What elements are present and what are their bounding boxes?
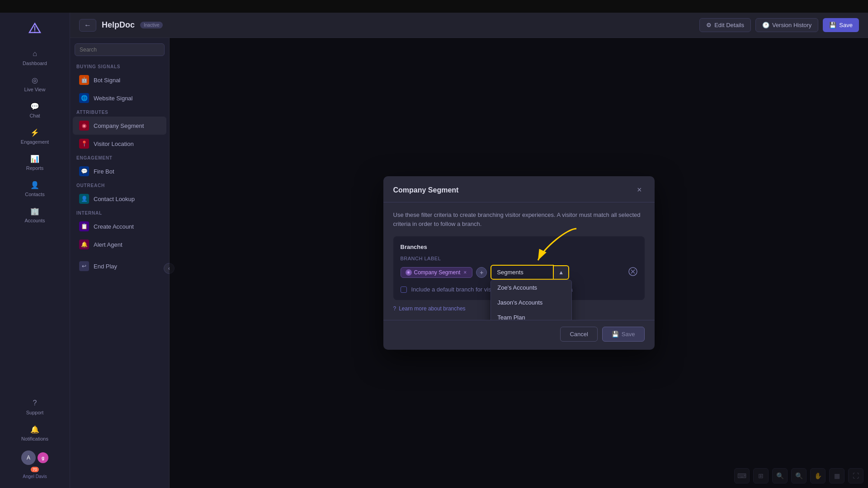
- flow-item-bot-signal[interactable]: 🤖 Bot Signal: [73, 71, 166, 89]
- sidebar-item-support[interactable]: ? Support: [0, 394, 70, 420]
- company-segment-icon: ◉: [79, 121, 89, 131]
- back-button[interactable]: ←: [79, 19, 96, 32]
- branch-tag-company-segment: ◉ Company Segment ×: [401, 267, 473, 278]
- dropdown-option-jasons-accounts[interactable]: Jason's Accounts: [491, 295, 571, 310]
- sidebar-item-accounts[interactable]: 🏢 Accounts: [0, 202, 70, 228]
- flow-item-website-signal[interactable]: 🌐 Website Signal: [73, 89, 166, 107]
- app-container: ⌂ Dashboard ◎ Live View 💬 Chat ⚡ Engagem…: [0, 13, 868, 488]
- history-icon: 🕐: [762, 22, 769, 28]
- section-label-buying-signals: BUYING SIGNALS: [70, 61, 169, 71]
- remove-branch-button[interactable]: [628, 267, 637, 278]
- modal-overlay: Company Segment × Use these filter crite…: [170, 38, 868, 488]
- sidebar-item-chat[interactable]: 💬 Chat: [0, 97, 70, 123]
- support-icon: ?: [30, 398, 40, 408]
- branch-tag-row: ◉ Company Segment × +: [401, 265, 637, 280]
- website-signal-icon: 🌐: [79, 93, 89, 103]
- flow-item-company-segment[interactable]: ◉ Company Segment: [73, 117, 166, 135]
- segment-search-input[interactable]: [491, 265, 554, 280]
- flow-item-end-play[interactable]: ↩ End Play: [73, 257, 166, 275]
- alert-agent-icon: 🔔: [79, 239, 89, 249]
- flow-sidebar: BUYING SIGNALS 🤖 Bot Signal 🌐 Website Si…: [70, 38, 170, 488]
- sidebar-label-accounts: Accounts: [24, 218, 45, 223]
- flow-item-label-create-account: Create Account: [94, 223, 134, 230]
- question-circle-icon: ?: [393, 305, 396, 312]
- sidebar-item-reports[interactable]: 📊 Reports: [0, 149, 70, 175]
- sidebar-item-notifications[interactable]: 🔔 Notifications: [0, 420, 70, 446]
- sidebar-item-contacts[interactable]: 👤 Contacts: [0, 175, 70, 202]
- contact-lookup-icon: 👤: [79, 194, 89, 204]
- save-icon-modal: 💾: [612, 331, 619, 338]
- company-segment-modal: Company Segment × Use these filter crite…: [383, 176, 655, 350]
- bot-signal-icon: 🤖: [79, 75, 89, 85]
- sidebar-item-engagement[interactable]: ⚡ Engagement: [0, 123, 70, 149]
- sidebar-label-support: Support: [26, 410, 44, 415]
- main-content: ← HelpDoc Inactive ⚙ Edit Details 🕐 Vers…: [70, 13, 868, 488]
- header-title: HelpDoc: [102, 20, 135, 30]
- branches-label: Branches: [401, 244, 637, 250]
- accounts-icon: 🏢: [30, 206, 40, 216]
- save-button[interactable]: 💾 Save: [823, 18, 859, 32]
- sidebar-item-live-view[interactable]: ◎ Live View: [0, 70, 70, 97]
- notification-badge: 70: [31, 467, 39, 472]
- segment-dropdown-wrapper: ▲ Zoe's Accounts Jason's Accounts Team P…: [491, 265, 569, 280]
- notifications-icon: 🔔: [30, 424, 40, 434]
- tag-add-button[interactable]: +: [476, 267, 487, 278]
- flow-item-label-visitor-location: Visitor Location: [94, 141, 134, 147]
- sidebar: ⌂ Dashboard ◎ Live View 💬 Chat ⚡ Engagem…: [0, 13, 70, 488]
- sidebar-label-contacts: Contacts: [25, 192, 44, 197]
- modal-close-button[interactable]: ×: [634, 184, 645, 196]
- app-logo[interactable]: [27, 21, 43, 37]
- avatar: A: [21, 450, 36, 465]
- dropdown-option-team-plan[interactable]: Team Plan: [491, 310, 571, 320]
- edit-details-button[interactable]: ⚙ Edit Details: [699, 18, 751, 32]
- modal-body: Use these filter criteria to create bran…: [383, 202, 655, 320]
- tag-icon: ◉: [406, 269, 412, 276]
- tag-label: Company Segment: [414, 269, 461, 276]
- chat-icon: 💬: [30, 101, 40, 111]
- flow-item-contact-lookup[interactable]: 👤 Contact Lookup: [73, 190, 166, 208]
- user-name: Angel Davis: [23, 474, 47, 479]
- top-bar: [0, 0, 868, 13]
- sidebar-label-notifications: Notifications: [21, 436, 48, 441]
- modal-footer: Cancel 💾 Save: [383, 320, 655, 350]
- dropdown-option-zoes-accounts[interactable]: Zoe's Accounts: [491, 280, 571, 295]
- visitor-location-icon: 📍: [79, 139, 89, 149]
- section-label-internal: INTERNAL: [70, 208, 169, 217]
- sidebar-label-engagement: Engagement: [21, 139, 49, 145]
- sidebar-label-live-view: Live View: [24, 87, 46, 92]
- sidebar-bottom: ? Support 🔔 Notifications A g 70 Angel D…: [0, 394, 70, 483]
- svg-point-2: [34, 32, 36, 33]
- reports-icon: 📊: [30, 154, 40, 164]
- dashboard-icon: ⌂: [30, 49, 40, 59]
- default-branch-checkbox[interactable]: [401, 286, 407, 293]
- flow-item-fire-bot[interactable]: 💬 Fire Bot: [73, 162, 166, 180]
- sidebar-item-dashboard[interactable]: ⌂ Dashboard: [0, 44, 70, 70]
- flow-item-label-website-signal: Website Signal: [94, 95, 132, 102]
- sidebar-label-reports: Reports: [26, 165, 44, 171]
- flow-item-label-company-segment: Company Segment: [94, 122, 144, 129]
- section-label-outreach: OUTREACH: [70, 180, 169, 190]
- flow-item-create-account[interactable]: 📋 Create Account: [73, 217, 166, 235]
- modal-title: Company Segment: [393, 186, 459, 194]
- end-play-icon: ↩: [79, 261, 89, 271]
- modal-save-button[interactable]: 💾 Save: [602, 327, 645, 342]
- dropdown-arrow-button[interactable]: ▲: [554, 265, 569, 280]
- save-icon: 💾: [829, 22, 836, 28]
- cancel-button[interactable]: Cancel: [560, 327, 597, 342]
- modal-description: Use these filter criteria to create bran…: [393, 211, 645, 228]
- avatar-g: g: [38, 452, 48, 463]
- segment-dropdown-list: Zoe's Accounts Jason's Accounts Team Pla…: [491, 280, 572, 320]
- flow-item-alert-agent[interactable]: 🔔 Alert Agent: [73, 235, 166, 253]
- flow-item-visitor-location[interactable]: 📍 Visitor Location: [73, 135, 166, 153]
- sidebar-label-chat: Chat: [29, 113, 40, 118]
- status-badge: Inactive: [140, 22, 163, 28]
- fire-bot-icon: 💬: [79, 166, 89, 176]
- live-view-icon: ◎: [30, 75, 40, 85]
- branches-section: Branches Branch Label ◉ Company Segment …: [393, 236, 645, 300]
- branch-label-header: Branch Label: [401, 256, 637, 261]
- tag-remove-button[interactable]: ×: [462, 269, 467, 276]
- user-avatar-area[interactable]: A g 70 Angel Davis: [0, 446, 70, 483]
- flow-item-label-fire-bot: Fire Bot: [94, 168, 114, 175]
- version-history-button[interactable]: 🕐 Version History: [755, 18, 818, 32]
- flow-search-input[interactable]: [75, 43, 165, 56]
